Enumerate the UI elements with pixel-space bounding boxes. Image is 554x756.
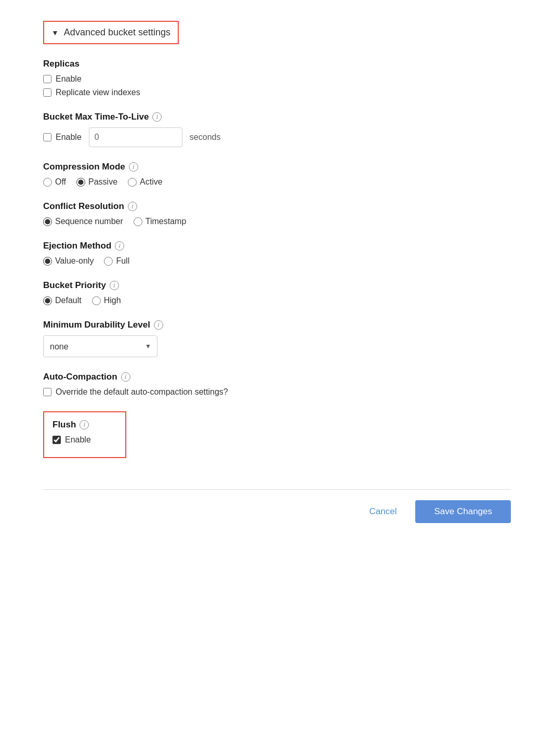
- auto-compaction-override-label: Override the default auto-compaction set…: [56, 387, 228, 397]
- bucket-ttl-enable-checkbox-row[interactable]: Enable: [43, 133, 82, 142]
- ejection-method-info-icon[interactable]: i: [115, 241, 124, 251]
- ejection-value-only-radio[interactable]: [43, 257, 52, 266]
- minimum-durability-select-wrapper: none majority majorityAndPersistActive p…: [43, 335, 157, 357]
- replicate-view-indexes-checkbox[interactable]: [43, 88, 51, 97]
- compression-off-label: Off: [55, 177, 66, 187]
- ejection-full-label: Full: [116, 256, 129, 266]
- bucket-ttl-group: Bucket Max Time-To-Live i Enable seconds: [43, 112, 511, 147]
- compression-off-radio[interactable]: [43, 178, 52, 187]
- ejection-full-option[interactable]: Full: [104, 256, 129, 266]
- collapse-arrow-icon: ▼: [51, 29, 59, 37]
- footer: Cancel Save Changes: [43, 489, 511, 533]
- compression-active-label: Active: [140, 177, 163, 187]
- compression-passive-radio[interactable]: [76, 178, 85, 187]
- flush-title: Flush i: [52, 420, 117, 430]
- ejection-method-label: Ejection Method i: [43, 241, 511, 251]
- replicas-enable-label: Enable: [56, 74, 82, 84]
- flush-enable-label: Enable: [65, 435, 91, 445]
- auto-compaction-group: Auto-Compaction i Override the default a…: [43, 372, 511, 397]
- minimum-durability-group: Minimum Durability Level i none majority…: [43, 320, 511, 357]
- bucket-ttl-enable-label: Enable: [56, 133, 82, 142]
- conflict-resolution-info-icon[interactable]: i: [128, 202, 137, 211]
- bucket-priority-info-icon[interactable]: i: [110, 281, 119, 290]
- auto-compaction-override-checkbox[interactable]: [43, 388, 51, 396]
- bucket-ttl-label: Bucket Max Time-To-Live i: [43, 112, 511, 122]
- bucket-ttl-info-icon[interactable]: i: [152, 112, 162, 122]
- replicas-label: Replicas: [43, 59, 511, 69]
- compression-active-option[interactable]: Active: [128, 177, 163, 187]
- replicate-view-indexes-checkbox-row[interactable]: Replicate view indexes: [43, 88, 511, 97]
- conflict-timestamp-option[interactable]: Timestamp: [134, 217, 187, 226]
- conflict-sequence-label: Sequence number: [55, 217, 123, 226]
- section-header[interactable]: ▼ Advanced bucket settings: [43, 21, 179, 44]
- save-changes-button[interactable]: Save Changes: [415, 500, 511, 523]
- compression-mode-group: Compression Mode i Off Passive Active: [43, 162, 511, 187]
- bucket-ttl-input[interactable]: [89, 127, 182, 147]
- conflict-resolution-options: Sequence number Timestamp: [43, 217, 511, 226]
- replicate-view-indexes-label: Replicate view indexes: [56, 88, 140, 97]
- bucket-priority-high-label: High: [104, 296, 121, 305]
- minimum-durability-info-icon[interactable]: i: [154, 320, 163, 330]
- replicas-enable-checkbox[interactable]: [43, 75, 51, 83]
- ejection-value-only-label: Value-only: [55, 256, 94, 266]
- compression-passive-label: Passive: [88, 177, 117, 187]
- flush-group: Flush i Enable: [43, 411, 511, 458]
- conflict-timestamp-label: Timestamp: [146, 217, 187, 226]
- bucket-ttl-enable-checkbox[interactable]: [43, 133, 51, 141]
- auto-compaction-override-checkbox-row[interactable]: Override the default auto-compaction set…: [43, 387, 511, 397]
- compression-mode-options: Off Passive Active: [43, 177, 511, 187]
- compression-off-option[interactable]: Off: [43, 177, 66, 187]
- bucket-priority-default-label: Default: [55, 296, 82, 305]
- ejection-method-options: Value-only Full: [43, 256, 511, 266]
- bucket-priority-default-radio[interactable]: [43, 296, 52, 305]
- ejection-method-group: Ejection Method i Value-only Full: [43, 241, 511, 266]
- minimum-durability-label: Minimum Durability Level i: [43, 320, 511, 330]
- cancel-button[interactable]: Cancel: [361, 502, 405, 521]
- bucket-ttl-row: Enable seconds: [43, 127, 511, 147]
- minimum-durability-select[interactable]: none majority majorityAndPersistActive p…: [43, 335, 157, 357]
- flush-enable-checkbox-row[interactable]: Enable: [52, 435, 117, 445]
- bucket-ttl-unit: seconds: [190, 133, 221, 142]
- conflict-timestamp-radio[interactable]: [134, 217, 142, 226]
- compression-mode-info-icon[interactable]: i: [129, 162, 138, 172]
- ejection-value-only-option[interactable]: Value-only: [43, 256, 94, 266]
- compression-mode-label: Compression Mode i: [43, 162, 511, 172]
- bucket-priority-high-radio[interactable]: [92, 296, 101, 305]
- compression-passive-option[interactable]: Passive: [76, 177, 117, 187]
- conflict-sequence-radio[interactable]: [43, 217, 52, 226]
- auto-compaction-info-icon[interactable]: i: [121, 372, 130, 382]
- conflict-sequence-option[interactable]: Sequence number: [43, 217, 123, 226]
- bucket-priority-high-option[interactable]: High: [92, 296, 121, 305]
- replicas-enable-checkbox-row[interactable]: Enable: [43, 74, 511, 84]
- replicas-group: Replicas Enable Replicate view indexes: [43, 59, 511, 97]
- auto-compaction-label: Auto-Compaction i: [43, 372, 511, 382]
- ejection-full-radio[interactable]: [104, 257, 113, 266]
- conflict-resolution-group: Conflict Resolution i Sequence number Ti…: [43, 201, 511, 226]
- flush-enable-checkbox[interactable]: [52, 436, 61, 444]
- conflict-resolution-label: Conflict Resolution i: [43, 201, 511, 212]
- bucket-priority-group: Bucket Priority i Default High: [43, 280, 511, 305]
- section-title: Advanced bucket settings: [64, 27, 170, 38]
- bucket-priority-options: Default High: [43, 296, 511, 305]
- advanced-bucket-settings-panel: ▼ Advanced bucket settings Replicas Enab…: [28, 10, 526, 533]
- flush-box: Flush i Enable: [43, 411, 126, 458]
- bucket-priority-default-option[interactable]: Default: [43, 296, 82, 305]
- compression-active-radio[interactable]: [128, 178, 137, 187]
- bucket-priority-label: Bucket Priority i: [43, 280, 511, 291]
- flush-info-icon[interactable]: i: [80, 420, 89, 429]
